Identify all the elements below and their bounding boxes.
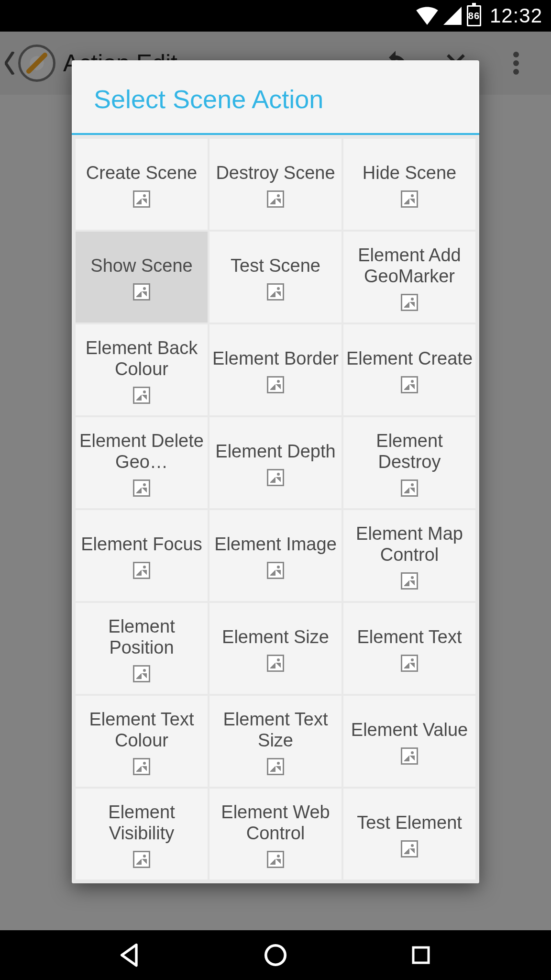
image-placeholder-icon bbox=[401, 376, 418, 393]
image-placeholder-icon bbox=[133, 562, 150, 579]
action-cell[interactable]: Hide Scene bbox=[343, 139, 475, 230]
action-cell[interactable]: Element Value bbox=[343, 696, 475, 787]
action-cell[interactable]: Element Web Control bbox=[209, 789, 342, 880]
action-cell-label: Element Create bbox=[346, 348, 473, 369]
battery-level: 86 bbox=[468, 11, 480, 22]
image-placeholder-icon bbox=[133, 851, 150, 868]
svg-rect-4 bbox=[413, 947, 429, 963]
action-cell[interactable]: Element Visibility bbox=[76, 789, 208, 880]
image-placeholder-icon bbox=[133, 387, 150, 404]
action-cell-label: Element Border bbox=[212, 348, 339, 369]
battery-icon: 86 bbox=[467, 5, 481, 26]
action-cell[interactable]: Element Text Colour bbox=[76, 696, 208, 787]
action-cell[interactable]: Element Map Control bbox=[343, 510, 475, 601]
action-cell[interactable]: Element Back Colour bbox=[76, 324, 208, 415]
action-cell[interactable]: Test Scene bbox=[209, 232, 342, 323]
action-cell[interactable]: Element Depth bbox=[209, 417, 342, 508]
image-placeholder-icon bbox=[401, 655, 418, 672]
status-bar: 86 12:32 bbox=[0, 0, 551, 32]
action-cell-label: Element Depth bbox=[215, 441, 335, 462]
image-placeholder-icon bbox=[401, 479, 418, 497]
action-cell-label: Element Image bbox=[214, 534, 337, 555]
action-cell-label: Element Size bbox=[222, 627, 329, 648]
action-grid: Create SceneDestroy SceneHide SceneShow … bbox=[72, 135, 479, 883]
action-cell-label: Element Destroy bbox=[346, 431, 473, 472]
image-placeholder-icon bbox=[267, 655, 284, 672]
svg-point-3 bbox=[266, 946, 286, 965]
wifi-icon bbox=[416, 7, 438, 25]
action-cell[interactable]: Element Position bbox=[76, 603, 208, 694]
action-cell-label: Element Text Size bbox=[212, 709, 339, 751]
action-cell-label: Show Scene bbox=[90, 256, 192, 277]
action-cell[interactable]: Element Create bbox=[343, 324, 475, 415]
dialog-title: Select Scene Action bbox=[72, 60, 479, 133]
action-cell[interactable]: Destroy Scene bbox=[209, 139, 342, 230]
action-cell[interactable]: Element Size bbox=[209, 603, 342, 694]
recents-nav-button[interactable] bbox=[404, 938, 438, 972]
action-cell-label: Element Value bbox=[351, 720, 468, 741]
home-nav-button[interactable] bbox=[259, 938, 292, 972]
cell-signal-icon bbox=[443, 7, 462, 25]
select-scene-action-dialog: Select Scene Action Create SceneDestroy … bbox=[72, 60, 479, 883]
image-placeholder-icon bbox=[267, 758, 284, 775]
action-cell-label: Hide Scene bbox=[363, 163, 456, 184]
image-placeholder-icon bbox=[267, 562, 284, 579]
image-placeholder-icon bbox=[401, 840, 418, 858]
action-cell-label: Element Add GeoMarker bbox=[346, 245, 473, 287]
action-cell-label: Element Delete Geo… bbox=[78, 431, 205, 472]
action-cell-label: Element Text Colour bbox=[78, 709, 205, 751]
image-placeholder-icon bbox=[401, 572, 418, 590]
action-cell[interactable]: Element Text bbox=[343, 603, 475, 694]
image-placeholder-icon bbox=[267, 469, 284, 486]
action-cell-label: Element Visibility bbox=[78, 802, 205, 844]
action-cell-label: Destroy Scene bbox=[216, 163, 335, 184]
action-cell-label: Element Map Control bbox=[346, 523, 473, 565]
action-cell[interactable]: Create Scene bbox=[76, 139, 208, 230]
action-cell-label: Element Text bbox=[357, 627, 462, 648]
image-placeholder-icon bbox=[133, 665, 150, 682]
action-cell-label: Test Element bbox=[357, 813, 462, 834]
android-navbar bbox=[0, 930, 551, 980]
action-cell-label: Element Back Colour bbox=[78, 338, 205, 379]
image-placeholder-icon bbox=[133, 190, 150, 208]
action-cell[interactable]: Element Border bbox=[209, 324, 342, 415]
image-placeholder-icon bbox=[401, 190, 418, 208]
action-cell-label: Test Scene bbox=[231, 256, 320, 277]
action-cell-label: Create Scene bbox=[86, 163, 197, 184]
action-cell-label: Element Focus bbox=[81, 534, 202, 555]
action-cell[interactable]: Element Add GeoMarker bbox=[343, 232, 475, 323]
image-placeholder-icon bbox=[401, 294, 418, 311]
image-placeholder-icon bbox=[133, 479, 150, 497]
action-cell[interactable]: Element Text Size bbox=[209, 696, 342, 787]
image-placeholder-icon bbox=[267, 376, 284, 393]
image-placeholder-icon bbox=[267, 851, 284, 868]
action-cell[interactable]: Element Destroy bbox=[343, 417, 475, 508]
action-cell[interactable]: Show Scene bbox=[76, 232, 208, 323]
action-cell-label: Element Position bbox=[78, 616, 205, 658]
image-placeholder-icon bbox=[401, 747, 418, 765]
action-cell[interactable]: Element Delete Geo… bbox=[76, 417, 208, 508]
clock: 12:32 bbox=[490, 4, 542, 27]
action-cell[interactable]: Test Element bbox=[343, 789, 475, 880]
action-cell[interactable]: Element Focus bbox=[76, 510, 208, 601]
image-placeholder-icon bbox=[133, 758, 150, 775]
back-nav-button[interactable] bbox=[113, 938, 147, 972]
image-placeholder-icon bbox=[267, 190, 284, 208]
action-cell[interactable]: Element Image bbox=[209, 510, 342, 601]
image-placeholder-icon bbox=[267, 283, 284, 301]
image-placeholder-icon bbox=[133, 283, 150, 301]
action-cell-label: Element Web Control bbox=[212, 802, 339, 844]
